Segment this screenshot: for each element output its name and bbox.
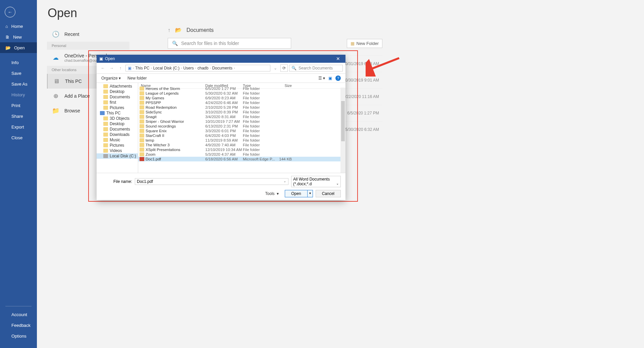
tree-item[interactable]: Pictures: [97, 143, 138, 148]
filter-select[interactable]: All Word Documents (*.docx;*.d ⌄: [291, 176, 341, 187]
open-dialog: ▣ Open ✕ ← → ↑ ▣ › This PC › Local Disk …: [97, 55, 345, 200]
tree-item[interactable]: Local Disk (C:): [97, 153, 138, 159]
tree-item[interactable]: Documents: [97, 127, 138, 132]
breadcrumb-segment[interactable]: chadb: [198, 66, 209, 70]
nav-up-button[interactable]: ↑: [117, 64, 124, 72]
dialog-close-button[interactable]: ✕: [333, 56, 343, 61]
backstage-sidebar: ← ⌂ Home 🗎 New 📂 Open Info Save Save As …: [0, 0, 37, 348]
filename-input[interactable]: Doc1.pdf⌄: [135, 178, 288, 185]
organize-button[interactable]: Organize ▾: [101, 76, 121, 81]
file-row[interactable]: StarCraft II6/4/2020 4:03 PMFile folder: [138, 133, 345, 138]
file-row[interactable]: My Games6/9/2020 8:23 AMFile folder: [138, 96, 345, 100]
nav-info[interactable]: Info: [0, 57, 37, 68]
tree-icon: [103, 90, 108, 94]
nav-feedback[interactable]: Feedback: [0, 320, 37, 331]
pc-icon: 🖥: [52, 77, 60, 85]
tree-item[interactable]: first: [97, 100, 138, 105]
folder-icon: [140, 91, 144, 95]
tree-item[interactable]: Attachments: [97, 84, 138, 89]
file-list[interactable]: Name Date modified Type Size Heroes of t…: [138, 83, 345, 173]
nav-close[interactable]: Close: [0, 132, 37, 143]
back-button[interactable]: ←: [5, 7, 15, 17]
preview-button[interactable]: ▣: [328, 76, 332, 81]
nav-forward-button[interactable]: →: [108, 64, 115, 72]
breadcrumb[interactable]: ▣ › This PC › Local Disk (C:) › Users › …: [125, 65, 270, 71]
breadcrumb-segment[interactable]: Documents: [212, 66, 232, 70]
tree-item[interactable]: Pictures: [97, 105, 138, 110]
folder-icon: [140, 105, 144, 109]
tree-item[interactable]: Videos: [97, 148, 138, 153]
breadcrumb-segment[interactable]: Users: [183, 66, 194, 70]
nav-save[interactable]: Save: [0, 68, 37, 79]
loc-recent[interactable]: 🕓 Recent: [47, 27, 129, 42]
tree-icon: [103, 100, 108, 104]
up-icon[interactable]: ↑: [168, 27, 170, 33]
tree-item[interactable]: Documents: [97, 94, 138, 100]
file-row[interactable]: Road Redemption2/10/2020 5:28 PMFile fol…: [138, 105, 345, 110]
tree-icon: [103, 154, 108, 158]
folder-icon: [140, 134, 144, 138]
scrollbar[interactable]: [340, 88, 345, 173]
col-size[interactable]: Size: [275, 84, 295, 88]
tools-button[interactable]: Tools ▾: [265, 191, 279, 196]
scroll-thumb[interactable]: [341, 101, 345, 141]
nav-home[interactable]: ⌂ Home: [0, 21, 37, 32]
help-icon[interactable]: ?: [335, 76, 341, 81]
nav-options[interactable]: Options: [0, 331, 37, 341]
file-row[interactable]: XSplit Presentations12/10/2019 10:34 AMF…: [138, 147, 345, 152]
file-row[interactable]: League of Legends5/30/2020 6:32 AMFile f…: [138, 91, 345, 96]
breadcrumb-segment[interactable]: Local Disk (C:): [153, 66, 180, 70]
folder-icon: [140, 87, 144, 91]
file-row[interactable]: Doc1.pdf6/18/2020 6:56 AMMicrosoft Edge …: [138, 157, 345, 161]
file-row[interactable]: Sniper - Ghost Warrior10/31/2019 7:27 AM…: [138, 119, 345, 124]
nav-back-button[interactable]: ←: [99, 64, 107, 72]
view-button[interactable]: ☰ ▾: [318, 76, 325, 81]
nav-history[interactable]: History: [0, 89, 37, 100]
file-row[interactable]: Heroes of the Storm6/5/2020 1:27 PMFile …: [138, 86, 345, 91]
open-button[interactable]: Open: [285, 190, 307, 197]
nav-export[interactable]: Export: [0, 121, 37, 132]
dialog-title: Open: [105, 56, 115, 61]
file-row[interactable]: Snagit3/4/2020 8:31 AMFile folder: [138, 114, 345, 119]
breadcrumb-dropdown[interactable]: ⌄: [272, 64, 279, 72]
tree-icon: [103, 106, 108, 110]
cancel-button[interactable]: Cancel: [316, 190, 341, 197]
folder-icon: 📁: [52, 107, 60, 115]
folder-icon: 📂: [175, 27, 182, 33]
breadcrumb-segment[interactable]: This PC: [135, 66, 150, 70]
file-row[interactable]: Sound recordings6/13/2020 2:31 PMFile fo…: [138, 124, 345, 129]
folder-icon: [140, 119, 144, 123]
tree-item[interactable]: Desktop: [97, 121, 138, 127]
new-folder-button[interactable]: ▦ New Folder: [347, 39, 382, 48]
refresh-button[interactable]: ⟳: [280, 64, 288, 72]
nav-saveas[interactable]: Save As: [0, 79, 37, 89]
folder-icon: [140, 96, 144, 100]
word-icon: ▣: [99, 56, 103, 61]
file-row[interactable]: temp11/3/2019 8:59 AMFile folder: [138, 138, 345, 143]
content-title: Documents: [186, 27, 214, 33]
tree-icon: [103, 95, 108, 99]
tree-item[interactable]: Downloads: [97, 132, 138, 137]
search-input[interactable]: 🔍 Search for files in this folder: [168, 38, 291, 49]
file-row[interactable]: SideSync3/10/2020 8:39 PMFile folder: [138, 110, 345, 114]
file-row[interactable]: Square Enix3/3/2020 6:01 PMFile folder: [138, 129, 345, 133]
file-row[interactable]: PPSSPP4/24/2020 6:46 AMFile folder: [138, 100, 345, 105]
nav-share[interactable]: Share: [0, 111, 37, 121]
file-row[interactable]: The Witcher 34/9/2020 7:40 AMFile folder: [138, 143, 345, 147]
folder-icon: [140, 101, 144, 105]
pdf-icon: [140, 157, 144, 161]
nav-new[interactable]: 🗎 New: [0, 32, 37, 42]
search-icon: 🔍: [172, 41, 178, 46]
tree-item[interactable]: This PC: [97, 110, 138, 116]
nav-account[interactable]: Account: [0, 309, 37, 320]
open-dropdown[interactable]: ▾: [308, 190, 313, 197]
tree-item[interactable]: Desktop: [97, 89, 138, 94]
new-folder-button[interactable]: New folder: [127, 76, 147, 81]
tree-item[interactable]: Music: [97, 137, 138, 143]
nav-print[interactable]: Print: [0, 100, 37, 111]
file-row[interactable]: Zoom5/3/2020 4:37 AMFile folder: [138, 152, 345, 157]
tree-item[interactable]: 3D Objects: [97, 116, 138, 121]
nav-open[interactable]: 📂 Open: [0, 42, 37, 53]
dialog-search-input[interactable]: 🔍 Search Documents: [289, 65, 343, 71]
folder-tree[interactable]: AttachmentsDesktopDocumentsfirstPictures…: [97, 83, 138, 173]
